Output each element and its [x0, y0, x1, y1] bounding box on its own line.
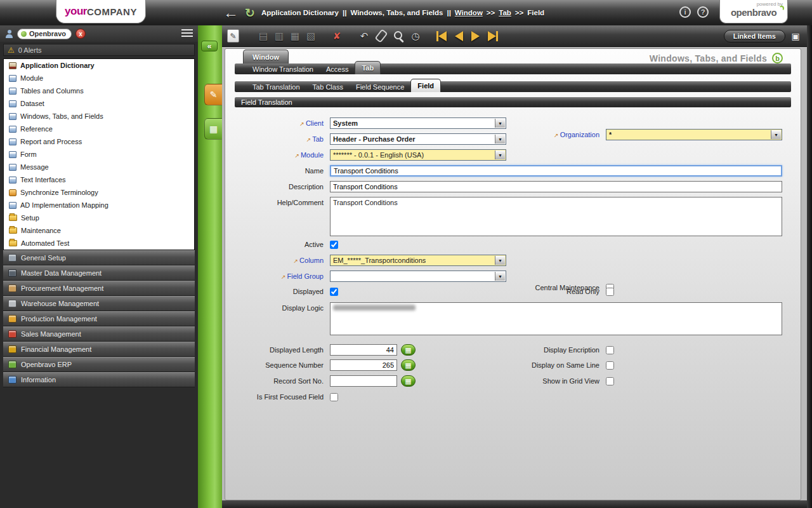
name-input[interactable]: [330, 165, 782, 177]
sidebar-item-synchronize-terminology[interactable]: Synchronize Terminology: [4, 186, 194, 199]
tab-tab-class[interactable]: Tab Class: [306, 81, 350, 92]
nav-prev-icon[interactable]: [452, 29, 466, 44]
grid-mode-tab-icon[interactable]: ▦: [204, 118, 222, 140]
tab-field[interactable]: Field: [410, 79, 441, 92]
chevron-down-icon[interactable]: ▼: [495, 256, 505, 265]
field-translation-bar[interactable]: Field Translation: [235, 97, 791, 107]
sidebar-section-warehouse-management[interactable]: Warehouse Management: [3, 296, 195, 311]
sidebar-section-openbravo-erp[interactable]: Openbravo ERP: [3, 357, 195, 372]
chevron-down-icon[interactable]: ▼: [495, 135, 505, 144]
copy-record-icon[interactable]: ▤: [256, 29, 271, 44]
linked-items-panel-icon[interactable]: ▣: [789, 30, 802, 43]
collapse-menu-icon[interactable]: «: [201, 41, 218, 51]
sidebar-item-tables-and-columns[interactable]: Tables and Columns: [4, 84, 194, 97]
sidebar-item-label: Message: [20, 163, 49, 171]
chevron-down-icon[interactable]: ▼: [495, 119, 505, 128]
read-only-checkbox[interactable]: [606, 288, 614, 296]
nav-next-icon[interactable]: [468, 29, 483, 44]
tab-tab-translation[interactable]: Tab Translation: [246, 81, 306, 92]
linked-items-button[interactable]: Linked Items: [724, 30, 785, 43]
calculator-icon[interactable]: ▦: [401, 375, 416, 387]
nav-last-icon[interactable]: [485, 29, 499, 44]
calculator-icon[interactable]: ▦: [401, 359, 416, 371]
sidebar-item-report-and-process[interactable]: Report and Process: [4, 135, 194, 148]
description-input[interactable]: [330, 181, 782, 192]
sidebar-item-application-dictionary[interactable]: Application Dictionary: [4, 59, 194, 72]
undo-icon[interactable]: ↶: [357, 29, 372, 44]
column-select[interactable]: EM_*****_Transportconditions ▼: [330, 255, 506, 266]
save-new-icon[interactable]: ▥: [272, 29, 287, 44]
sidebar-item-module[interactable]: Module: [4, 72, 194, 84]
active-checkbox[interactable]: [330, 241, 338, 249]
sequence-number-label: Sequence Number: [225, 359, 324, 371]
save-record-icon[interactable]: ▦: [287, 29, 303, 44]
tab-tab[interactable]: Tab: [355, 61, 381, 74]
close-icon[interactable]: x: [75, 29, 86, 39]
first-focused-checkbox[interactable]: [330, 393, 338, 401]
chevron-down-icon[interactable]: ▼: [495, 272, 505, 281]
save-close-icon[interactable]: ▧: [303, 29, 318, 44]
display-encription-checkbox[interactable]: [606, 346, 614, 354]
sidebar-section-master-data-management[interactable]: Master Data Management: [3, 265, 195, 281]
sidebar-section-procurement-management[interactable]: Procurement Management: [3, 281, 195, 296]
alerts-row[interactable]: ⚠ 0 Alerts: [3, 44, 195, 56]
sidebar-item-label: Dataset: [20, 100, 44, 107]
tab-window[interactable]: Window: [243, 50, 289, 64]
calculator-icon[interactable]: ▦: [401, 344, 416, 356]
link-icon[interactable]: ↗: [306, 137, 311, 143]
openbravo-badge-icon: b: [772, 53, 783, 64]
help-textarea[interactable]: Transport Conditions: [330, 197, 782, 236]
sidebar-item-dataset[interactable]: Dataset: [4, 97, 194, 110]
link-icon[interactable]: ↗: [294, 152, 299, 159]
sidebar-item-maintenance[interactable]: Maintenance: [4, 224, 194, 237]
breadcrumb-window-link[interactable]: Window: [455, 9, 483, 17]
new-record-icon[interactable]: ✎: [227, 29, 239, 43]
delete-icon[interactable]: ✘: [329, 29, 344, 44]
sidebar-item-text-interfaces[interactable]: Text Interfaces: [4, 173, 194, 186]
link-icon[interactable]: ↗: [294, 258, 299, 264]
sidebar-section-information[interactable]: Information: [3, 372, 195, 387]
link-icon[interactable]: ↗: [299, 121, 304, 127]
link-icon[interactable]: ↗: [281, 274, 286, 280]
display-same-line-checkbox[interactable]: [606, 361, 614, 370]
record-sort-input[interactable]: [330, 375, 397, 387]
displayed-length-input[interactable]: [330, 344, 397, 356]
sidebar-item-automated-test[interactable]: Automated Test: [4, 237, 194, 250]
sidebar-item-form[interactable]: Form: [4, 148, 194, 161]
edit-mode-tab-icon[interactable]: ✎: [204, 84, 222, 105]
tab-select[interactable]: Header - Purchase Order ▼: [330, 133, 506, 145]
tab-window-translation[interactable]: Window Translation: [246, 64, 320, 74]
attachment-icon[interactable]: [374, 29, 389, 44]
refresh-icon[interactable]: ↻: [245, 6, 255, 20]
module-select[interactable]: ******* - 0.0.1 - English (USA) ▼: [330, 149, 506, 161]
sidebar-item-message[interactable]: Message: [4, 161, 194, 173]
display-logic-textarea[interactable]: [330, 302, 782, 335]
show-in-grid-checkbox[interactable]: [606, 377, 614, 385]
info-icon[interactable]: i: [679, 6, 691, 18]
reference-icon: [9, 126, 16, 133]
sidebar-section-sales-management[interactable]: Sales Management: [3, 326, 195, 342]
client-select[interactable]: System ▼: [330, 117, 506, 129]
audit-icon[interactable]: ◷: [408, 29, 423, 44]
minimize-sidebar-icon[interactable]: [181, 29, 193, 38]
sequence-number-input[interactable]: [330, 359, 397, 371]
help-icon[interactable]: ?: [697, 6, 709, 18]
sidebar-section-financial-management[interactable]: Financial Management: [3, 342, 195, 357]
chevron-down-icon[interactable]: ▼: [495, 150, 505, 159]
search-icon[interactable]: [391, 29, 406, 44]
openbravo-module-tab[interactable]: Openbravo: [17, 29, 72, 39]
tab-field-sequence[interactable]: Field Sequence: [350, 81, 410, 92]
sidebar-section-production-management[interactable]: Production Management: [3, 311, 195, 326]
master-data-management-icon: [8, 269, 16, 277]
sidebar-item-reference[interactable]: Reference: [4, 123, 194, 135]
sidebar-section-general-setup[interactable]: General Setup: [3, 250, 195, 265]
nav-first-icon[interactable]: [435, 29, 450, 44]
sidebar-item-windows-tabs-and-fields[interactable]: Windows, Tabs, and Fields: [4, 110, 194, 123]
displayed-checkbox[interactable]: [330, 288, 338, 296]
sidebar-item-setup[interactable]: Setup: [4, 211, 194, 224]
field-group-select[interactable]: ▼: [330, 271, 506, 282]
tab-access[interactable]: Access: [320, 64, 355, 74]
sidebar-item-ad-implementation-mapping[interactable]: AD Implementation Mapping: [4, 199, 194, 211]
back-icon[interactable]: ←: [223, 4, 239, 22]
breadcrumb-tab-link[interactable]: Tab: [499, 9, 511, 17]
